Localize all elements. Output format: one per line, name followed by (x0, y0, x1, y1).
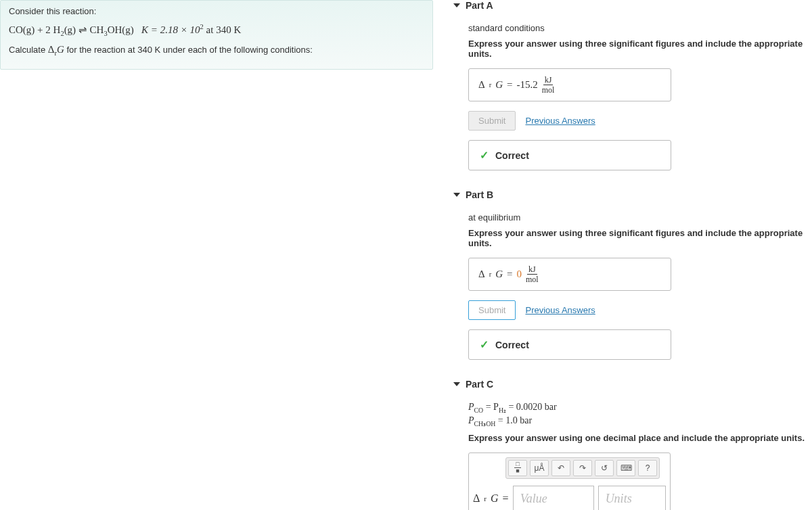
help-icon[interactable]: ? (638, 460, 657, 476)
caret-down-icon (453, 193, 460, 197)
reset-icon[interactable]: ↺ (595, 460, 614, 476)
p-sym: P (468, 402, 474, 412)
delta-sym: Δ (473, 492, 480, 505)
part-c-pressure-line2: PCH₃OH = 1.0 bar (468, 415, 805, 427)
answer-input-row: ΔrG = Value Units (473, 486, 666, 510)
p-sub: H₂ (499, 407, 506, 414)
part-a-condition: standard conditions (468, 23, 805, 33)
k-suffix: at 340 K (204, 24, 241, 35)
eq-part: OH(g) (108, 24, 134, 35)
k-value: K = 2.18 × 10 (141, 24, 200, 35)
part-a-submit-button: Submit (468, 111, 516, 131)
units-tool-button[interactable]: μÅ (530, 460, 549, 476)
undo-icon[interactable]: ↶ (551, 460, 570, 476)
question-panel: Consider this reaction: CO(g) + 2 H2(g) … (0, 0, 433, 70)
eq-part: (g) ⇌ CH (64, 24, 104, 35)
part-b-header[interactable]: Part B (453, 189, 805, 200)
part-b-title: Part B (466, 189, 493, 200)
p-mid: = P (483, 402, 499, 412)
check-icon: ✓ (480, 149, 489, 162)
value-input[interactable]: Value (513, 486, 594, 510)
caret-down-icon (453, 3, 460, 7)
p-val: = 0.0020 bar (506, 402, 557, 412)
delta-g: G (495, 79, 503, 91)
part-b-submit-button: Submit (468, 300, 516, 320)
part-c: Part C PCO = PH₂ = 0.0020 bar PCH₃OH = 1… (453, 379, 805, 510)
input-toolbar: □■ μÅ ↶ ↷ ↺ ⌨ ? (505, 457, 660, 479)
fraction-tool-icon[interactable]: □■ (508, 460, 527, 476)
correct-label: Correct (495, 150, 529, 161)
part-b-answer-box: ΔrG = 0 kJ mol (468, 258, 671, 291)
part-b-previous-answers-link[interactable]: Previous Answers (525, 305, 595, 315)
check-icon: ✓ (480, 338, 489, 351)
units-input[interactable]: Units (598, 486, 666, 510)
unit-den: mol (542, 85, 555, 94)
part-a-answer-box: ΔrG = -15.2 kJ mol (468, 68, 671, 101)
delta-g: G (57, 44, 64, 55)
part-c-title: Part C (466, 379, 493, 390)
p-sym: P (468, 415, 474, 425)
part-b-value: 0 (516, 269, 522, 280)
delta-sym: Δ (478, 79, 485, 91)
caret-down-icon (453, 382, 460, 386)
calc-instruction: Calculate ΔrG for the reaction at 340 K … (9, 44, 424, 57)
p-sub: CH₃OH (474, 420, 496, 427)
unit-den: mol (526, 275, 539, 283)
part-a-header[interactable]: Part A (453, 0, 805, 11)
part-a: Part A standard conditions Express your … (453, 0, 805, 170)
part-a-instruction: Express your answer using three signific… (468, 39, 805, 59)
calc-prefix: Calculate (9, 45, 48, 55)
part-b-instruction: Express your answer using three signific… (468, 228, 805, 248)
part-b: Part B at equilibrium Express your answe… (453, 189, 805, 360)
keyboard-icon[interactable]: ⌨ (616, 460, 635, 476)
part-b-feedback: ✓ Correct (468, 329, 671, 360)
unit-fraction: kJ mol (526, 265, 539, 283)
delta-sym: Δ (478, 269, 485, 280)
part-c-instruction: Express your answer using one decimal pl… (468, 433, 805, 443)
unit-num: kJ (543, 76, 554, 85)
redo-icon[interactable]: ↷ (573, 460, 592, 476)
p-sub: CO (474, 407, 484, 414)
equals: = (507, 269, 512, 280)
unit-num: kJ (527, 265, 537, 275)
equals: = (507, 79, 512, 91)
question-intro: Consider this reaction: (9, 6, 424, 16)
part-a-title: Part A (466, 0, 493, 11)
eq-part: CO(g) + 2 H (9, 24, 60, 35)
part-c-input-area: □■ μÅ ↶ ↷ ↺ ⌨ ? ΔrG = Value Units (468, 453, 671, 510)
correct-label: Correct (495, 340, 529, 350)
equals: = (503, 492, 509, 505)
part-a-previous-answers-link[interactable]: Previous Answers (525, 116, 595, 126)
part-b-condition: at equilibrium (468, 212, 805, 223)
reaction-equation: CO(g) + 2 H2(g) ⇌ CH3OH(g) K = 2.18 × 10… (9, 23, 424, 37)
part-c-pressure-line1: PCO = PH₂ = 0.0020 bar (468, 402, 805, 414)
delta-sub: r (489, 271, 492, 278)
part-c-header[interactable]: Part C (453, 379, 805, 390)
p-val: = 1.0 bar (495, 415, 532, 425)
calc-suffix: for the reaction at 340 K under each of … (64, 45, 313, 55)
delta-sub: r (489, 81, 492, 89)
delta-sub: r (484, 494, 487, 503)
part-a-value: -15.2 (516, 79, 537, 91)
delta-g: G (495, 269, 503, 280)
answers-panel: Part A standard conditions Express your … (453, 0, 805, 510)
delta-g: G (491, 492, 499, 505)
part-a-feedback: ✓ Correct (468, 140, 671, 170)
unit-fraction: kJ mol (542, 76, 555, 94)
